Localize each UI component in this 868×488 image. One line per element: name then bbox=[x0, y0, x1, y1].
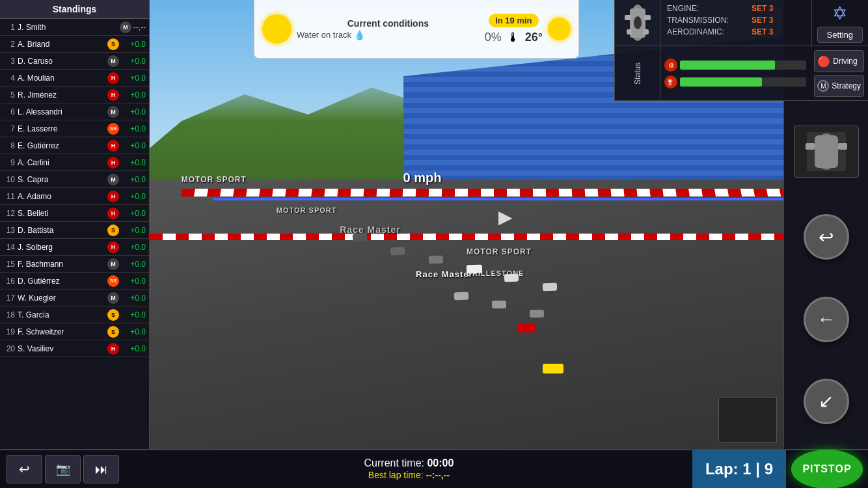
standings-header: Standings bbox=[0, 0, 149, 19]
track-blue-line bbox=[213, 198, 783, 200]
driver-name: W. Kuegler bbox=[18, 293, 105, 303]
driver-badge: SS bbox=[107, 123, 119, 135]
standings-title: Standings bbox=[53, 4, 97, 14]
bottom-bar: ↩ 📷 ⏭ Current time: 00:00 Best lap time:… bbox=[0, 449, 868, 488]
standing-row: 1J. SmithM--,-- bbox=[0, 19, 149, 36]
standing-position: 15 bbox=[3, 260, 15, 269]
status-bar-fill-2 bbox=[680, 77, 762, 87]
engine-label: ENGINE: bbox=[667, 4, 752, 13]
standing-position: 12 bbox=[3, 209, 15, 218]
left-control-button[interactable]: ← bbox=[804, 297, 849, 342]
weather-panel: Current conditions Water on track 💧 In 1… bbox=[254, 0, 579, 59]
standing-position: 14 bbox=[3, 243, 15, 252]
weather-info: Current conditions Water on track 💧 bbox=[297, 18, 480, 40]
setting-button[interactable]: Setting bbox=[817, 27, 863, 43]
svg-rect-11 bbox=[838, 143, 847, 150]
transmission-label: TRANSMISSION: bbox=[667, 16, 752, 25]
driver-badge: H bbox=[107, 140, 119, 152]
driver-name: A. Briand bbox=[18, 40, 105, 49]
standing-time: +0.0 bbox=[121, 141, 146, 150]
driving-btn-label: Driving bbox=[833, 57, 857, 66]
standing-position: 5 bbox=[3, 90, 15, 100]
driver-badge: H bbox=[107, 343, 119, 355]
driver-badge: H bbox=[107, 89, 119, 101]
standing-time: +0.0 bbox=[121, 90, 146, 100]
strategy-icon: M bbox=[817, 80, 829, 92]
standing-time: +0.0 bbox=[121, 310, 146, 319]
back-button[interactable]: ↩ bbox=[804, 214, 849, 260]
standings-list: 1J. SmithM--,--2A. BriandS+0.03D. Caruso… bbox=[0, 19, 149, 357]
standing-time: +0.0 bbox=[121, 293, 146, 303]
camera-button[interactable]: 📷 bbox=[45, 455, 81, 483]
setting-btn-label: Setting bbox=[827, 30, 853, 40]
weather-condition-text: Water on track bbox=[297, 30, 351, 40]
current-time-value: 00:00 bbox=[427, 457, 454, 468]
current-time-row: Current time: 00:00 bbox=[126, 457, 692, 469]
current-time-label: Current time: bbox=[364, 457, 427, 468]
settings-stats: ENGINE: SET 3 TRANSMISSION: SET 3 AERODI… bbox=[660, 0, 812, 46]
standing-time: +0.0 bbox=[121, 344, 146, 353]
best-lap-row: Best lap time: --:--,-- bbox=[126, 469, 692, 481]
back-arrow-icon: ↩ bbox=[819, 226, 834, 248]
standing-row: 20S. VasilievH+0.0 bbox=[0, 340, 149, 357]
standing-time: +0.0 bbox=[121, 158, 146, 167]
driver-name: A. Carlini bbox=[18, 158, 105, 167]
driver-name: D. Battista bbox=[18, 226, 105, 235]
transmission-value: SET 3 bbox=[752, 16, 773, 25]
standing-position: 4 bbox=[3, 74, 15, 83]
mini-car-preview bbox=[794, 126, 859, 178]
engine-value: SET 3 bbox=[752, 4, 773, 13]
driver-badge: M bbox=[107, 55, 119, 67]
water-icon: 💧 bbox=[354, 30, 365, 40]
fast-forward-icon: ⏭ bbox=[95, 462, 108, 477]
track-arrow: ▶ bbox=[498, 206, 513, 228]
svg-rect-4 bbox=[627, 29, 632, 34]
driver-name: R. Jiménez bbox=[18, 90, 105, 100]
driver-badge: M bbox=[107, 258, 119, 270]
driver-name: A. Moulian bbox=[18, 74, 105, 83]
aerodinamic-stat: AERODINAMIC: SET 3 bbox=[667, 27, 805, 36]
back-nav-button[interactable]: ↩ bbox=[7, 455, 42, 483]
standing-position: 7 bbox=[3, 124, 15, 133]
weather-temperature: 26° bbox=[525, 31, 543, 44]
standing-row: 12S. BelletiH+0.0 bbox=[0, 205, 149, 222]
barrier-mid bbox=[150, 234, 783, 240]
left-arrow-icon: ← bbox=[817, 309, 835, 330]
speed-value: 0 mph bbox=[403, 170, 442, 185]
standing-position: 11 bbox=[3, 192, 15, 201]
standing-time: --,-- bbox=[133, 23, 146, 32]
standing-row: 18T. GarcíaS+0.0 bbox=[0, 306, 149, 323]
down-left-control-button[interactable]: ↙ bbox=[804, 379, 849, 424]
aerodinamic-value: SET 3 bbox=[752, 27, 773, 36]
standing-position: 17 bbox=[3, 293, 15, 303]
driver-name: D. Gutiérrez bbox=[18, 277, 105, 286]
standing-time: +0.0 bbox=[121, 192, 146, 201]
driving-button[interactable]: 🔴 Driving bbox=[814, 50, 864, 72]
standing-time: +0.0 bbox=[121, 107, 146, 116]
weather-title: Current conditions bbox=[297, 18, 480, 29]
pitstop-button[interactable]: PITSTOP bbox=[791, 450, 863, 488]
status-bar-2 bbox=[680, 77, 806, 87]
standing-position: 1 bbox=[3, 23, 15, 32]
fast-forward-button[interactable]: ⏭ bbox=[83, 455, 119, 483]
driver-name: F. Bachmann bbox=[18, 260, 105, 269]
standing-row: 19F. SchweitzerS+0.0 bbox=[0, 323, 149, 340]
standing-row: 9A. CarliniH+0.0 bbox=[0, 154, 149, 171]
settings-panel: ENGINE: SET 3 TRANSMISSION: SET 3 AERODI… bbox=[614, 0, 868, 101]
strategy-button[interactable]: M Strategy bbox=[814, 75, 864, 97]
back-nav-icon: ↩ bbox=[19, 461, 30, 477]
standing-row: 4A. MoulianH+0.0 bbox=[0, 70, 149, 87]
driver-badge: M bbox=[107, 292, 119, 304]
barrier-top bbox=[180, 189, 783, 197]
driver-badge: S bbox=[107, 38, 119, 50]
weather-humidity: 0% bbox=[485, 31, 502, 44]
status-bar-1 bbox=[680, 61, 806, 70]
standing-row: 5R. JiménezH+0.0 bbox=[0, 87, 149, 103]
mini-map bbox=[718, 397, 777, 442]
driver-badge: H bbox=[107, 72, 119, 84]
standing-time: +0.0 bbox=[121, 243, 146, 252]
bottom-controls: ↩ 📷 ⏭ bbox=[0, 455, 126, 483]
standing-time: +0.0 bbox=[121, 124, 146, 133]
standing-position: 3 bbox=[3, 57, 15, 66]
car-top-view-area bbox=[615, 0, 660, 46]
